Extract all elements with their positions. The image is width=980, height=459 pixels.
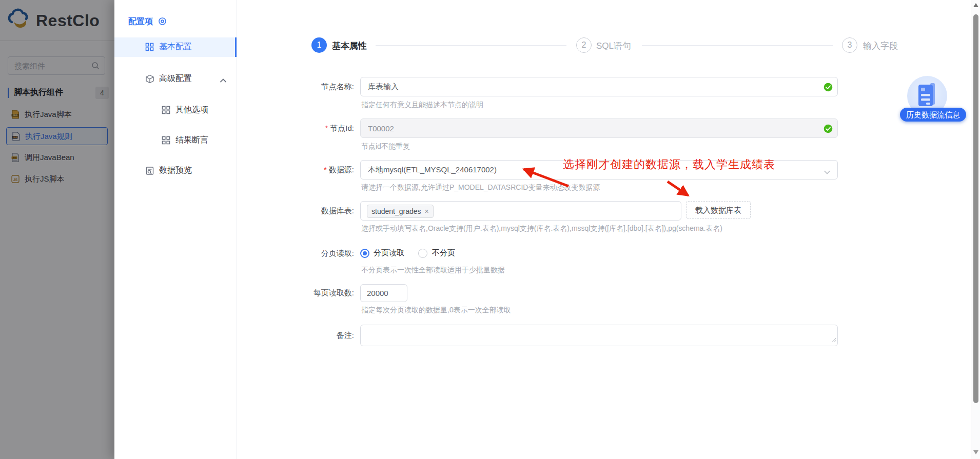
page-size-field[interactable] [360,284,407,302]
vertical-scrollbar[interactable] [971,0,980,459]
paging-radio-group: 分页读取 不分页 [360,249,617,260]
scroll-up-arrow[interactable] [973,3,978,7]
tables-field[interactable]: student_grades× [360,201,681,221]
config-title-text: 配置项 [128,17,153,26]
label-text: 节点名称: [321,82,354,91]
node-id-field [360,118,838,138]
datasource-label: *数据源: [238,160,354,179]
label-text: 数据源: [329,165,354,174]
label-text: 节点Id: [330,124,354,132]
history-document-icon [916,82,940,111]
required-asterisk: * [325,124,328,132]
table-tag-text: student_grades [371,207,421,215]
node-config-drawer: 配置项 基本配置 高级配置 其他选项 [114,0,971,459]
document-search-icon [145,166,154,177]
radio-no-paging-label[interactable]: 不分页 [432,248,455,258]
config-menu-label: 其他选项 [175,105,208,115]
config-panel-title: 配置项 [128,16,167,27]
scroll-down-arrow[interactable] [973,450,978,454]
panel-divider [237,0,237,459]
radio-no-paging[interactable] [418,249,427,258]
aim-icon [158,17,167,26]
datasource-hint: 请选择一个数据源,允许通过P_MODEL_DATASRCID变量来动态改变数据源 [361,183,600,192]
step-connector [642,45,833,46]
grid-icon [145,43,154,53]
config-menu-basic[interactable]: 基本配置 [114,37,237,57]
label-text: 数据库表: [321,206,354,215]
grid-icon [162,106,170,116]
step-2-indicator: 2 [576,37,592,53]
tables-label: 数据库表: [238,201,354,221]
paging-hint: 不分页表示一次性全部读取适用于少批量数据 [361,266,505,275]
page: RestClo 脚本执行组件 4 JAVA 执行Java脚本 JAVA 执行Ja… [0,0,980,459]
page-size-input[interactable] [361,285,407,302]
step-1-indicator: 1 [311,37,327,53]
tables-hint: 选择或手动填写表名,Oracle支持(用户.表名),mysql支持(库名.表名)… [361,224,722,233]
node-name-input[interactable] [361,77,837,96]
paging-label: 分页读取: [238,244,354,263]
step-2-label: SQL语句 [596,40,631,52]
remark-textarea[interactable] [361,325,837,346]
tag-close-icon[interactable]: × [425,207,429,215]
remark-field[interactable] [360,325,838,346]
step-3-label: 输入字段 [863,40,898,52]
node-id-input [361,119,837,137]
label-text: 备注: [337,331,354,340]
table-tag: student_grades× [367,205,434,218]
radio-paging-on[interactable] [360,249,369,258]
chevron-up-icon [220,76,227,85]
config-menu-label: 数据预览 [159,165,192,176]
config-menu-label: 基本配置 [159,42,192,52]
page-size-label: 每页读取数: [238,283,354,303]
config-menu-label: 结果断言 [175,135,208,146]
step-1-label: 基本属性 [332,40,367,52]
load-tables-button[interactable]: 载入数据库表 [686,201,751,219]
required-asterisk: * [324,165,327,174]
config-menu-other-options[interactable]: 其他选项 [114,101,237,120]
node-name-hint: 指定任何有意义且能描述本节点的说明 [361,101,483,110]
node-id-label: *节点Id: [238,118,354,138]
config-menu-data-preview[interactable]: 数据预览 [114,161,237,181]
node-id-hint: 节点id不能重复 [361,142,410,151]
modal-overlay[interactable] [0,0,114,459]
resize-handle-icon[interactable] [831,335,836,345]
label-text: 每页读取数: [313,288,354,297]
chevron-down-icon [824,168,831,177]
cube-icon [145,74,154,86]
history-dataflow-button[interactable]: 历史数据流信息 [900,108,966,122]
step-connector [376,45,566,46]
radio-paging-label[interactable]: 分页读取 [374,248,404,258]
valid-check-icon [824,124,833,135]
config-menu-result-assert[interactable]: 结果断言 [114,131,237,150]
annotation-text: 选择刚才创建的数据源，载入学生成绩表 [563,157,775,172]
remark-label: 备注: [238,326,354,345]
config-menu-label: 高级配置 [159,73,192,84]
grid-icon [162,136,170,147]
page-size-hint: 指定每次分页读取的数据量,0表示一次全部读取 [361,306,511,315]
step-3-indicator: 3 [842,37,857,53]
config-menu-advanced[interactable]: 高级配置 [114,69,237,89]
valid-check-icon [824,83,833,94]
history-dataflow-widget[interactable]: 历史数据流信息 [899,73,971,124]
node-name-label: 节点名称: [238,77,354,96]
arrow-to-load-button [668,182,688,195]
node-name-field[interactable] [360,77,838,96]
scrollbar-thumb[interactable] [973,14,978,403]
label-text: 分页读取: [321,249,354,257]
